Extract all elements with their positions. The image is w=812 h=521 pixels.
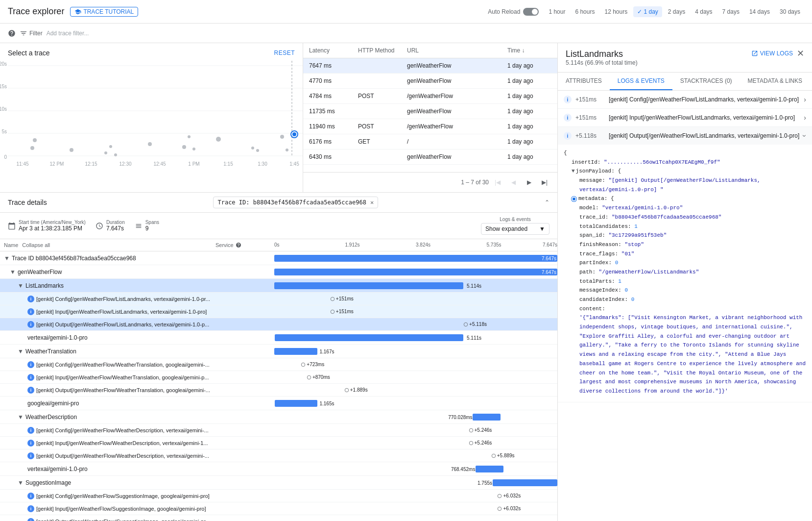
log-event-header[interactable]: i +151ms [genkit] Config[/genWeatherFlow… [558, 91, 812, 108]
log-icon: i [27, 505, 34, 512]
span-row[interactable]: i [genkit] Output[/genWeatherFlow/ListLa… [0, 318, 557, 331]
span-row[interactable]: i [genkit] Config[/genWeatherFlow/ListLa… [0, 293, 557, 305]
span-name-cell: i [genkit] Config[/genWeatherFlow/Weathe… [0, 361, 215, 368]
expand-icon[interactable]: ▼ [4, 255, 10, 262]
span-row[interactable]: i [genkit] Input[/genWeatherFlow/Weather… [0, 371, 557, 384]
logs-events-dropdown[interactable]: Show expanded ▼ [481, 223, 549, 235]
span-name-text: [genkit] Input[/genWeatherFlow/WeatherTr… [36, 374, 209, 380]
time-2days[interactable]: 2 days [664, 6, 689, 17]
auto-reload-toggle[interactable] [523, 8, 539, 16]
tab-metadata[interactable]: METADATA & LINKS [740, 73, 810, 90]
latency-cell: 6430 ms [309, 153, 358, 160]
toggle-knob [532, 9, 538, 15]
time-12hours[interactable]: 12 hours [600, 6, 631, 17]
svg-point-13 [70, 148, 73, 152]
table-row[interactable]: 4770 ms genWeatherFlow 1 day ago [303, 74, 557, 89]
timeline-bar [274, 255, 557, 262]
span-row[interactable]: ▼ WeatherTranslation 1.167s [0, 345, 557, 358]
span-name-text: [genkit] Input[/genWeatherFlow/Suggestio… [36, 506, 206, 512]
svg-point-14 [104, 151, 107, 154]
span-row[interactable]: googleai/gemini-pro 1.165s [0, 397, 557, 410]
expand-icon[interactable]: ▼ [10, 269, 16, 275]
span-row[interactable]: i [genkit] Output[/genWeatherFlow/Weathe… [0, 384, 557, 397]
span-row[interactable]: i [genkit] Output[/genWeatherFlow/Sugges… [0, 515, 557, 521]
reset-button[interactable]: RESET [274, 50, 295, 56]
expand-icon[interactable]: ▼ [18, 414, 24, 421]
svg-point-46 [469, 428, 473, 432]
span-row[interactable]: i [genkit] Output[/genWeatherFlow/Weathe… [0, 449, 557, 462]
pagination-last-btn[interactable]: ▶| [538, 175, 551, 189]
span-timeline-cell: 1.755s [274, 477, 557, 488]
span-row[interactable]: i [genkit] Config[/genWeatherFlow/Sugges… [0, 490, 557, 502]
tab-attributes[interactable]: ATTRIBUTES [558, 73, 610, 90]
json-key: path: [579, 269, 599, 275]
span-row[interactable]: i [genkit] Input[/genWeatherFlow/Weather… [0, 437, 557, 449]
timeline-bar [493, 479, 557, 486]
tick-7647s: 7.647s [543, 242, 557, 248]
svg-point-47 [469, 441, 473, 445]
table-row[interactable]: 11735 ms genWeatherFlow 1 day ago [303, 104, 557, 119]
start-time-meta: Start time (America/New_York) Apr 3 at 1… [8, 220, 86, 232]
table-row[interactable]: 6430 ms genWeatherFlow 1 day ago [303, 149, 557, 165]
span-row[interactable]: ▼ genWeatherFlow 7.647s [0, 265, 557, 279]
filter-placeholder[interactable]: Add trace filter... [47, 30, 89, 37]
timeline-label: 7.647s [542, 256, 556, 261]
pagination-first-btn[interactable]: |◀ [491, 175, 504, 189]
json-key: metadata: { [578, 194, 614, 203]
svg-text:5s: 5s [1, 129, 7, 134]
log-offset-label: +7.646s [557, 519, 557, 521]
tutorial-badge[interactable]: TRACE TUTORIAL [70, 7, 138, 17]
span-timeline-cell: 5.111s [274, 332, 557, 343]
collapse-all-btn[interactable]: Collapse all [22, 242, 50, 248]
table-row[interactable]: 7647 ms genWeatherFlow 1 day ago [303, 58, 557, 74]
span-row[interactable]: vertexai/gemini-1.0-pro 5.111s [0, 331, 557, 345]
close-panel-btn[interactable]: ✕ [797, 49, 804, 58]
time-4days[interactable]: 4 days [691, 6, 716, 17]
log-event-icon: i [564, 114, 572, 122]
log-event-header[interactable]: i +151ms [genkit] Input[/genWeatherFlow/… [558, 109, 812, 126]
pagination-prev-btn[interactable]: ◀ [506, 175, 520, 189]
json-value: 1 [618, 278, 621, 284]
expand-icon[interactable]: ▼ [18, 348, 24, 355]
time-6hours[interactable]: 6 hours [571, 6, 598, 17]
expand-icon[interactable]: ▼ [18, 479, 24, 486]
trace-details-title: Trace details [8, 198, 47, 206]
span-row[interactable]: ▼ SuggestionImage 1.755s [0, 476, 557, 490]
span-row[interactable]: i [genkit] Config[/genWeatherFlow/Weathe… [0, 358, 557, 371]
table-row[interactable]: 6176 ms GET / 1 day ago [303, 134, 557, 149]
table-row[interactable]: 4784 ms POST /genWeatherFlow 1 day ago [303, 89, 557, 104]
span-row[interactable]: ▼ WeatherDescription 770.028ms [0, 410, 557, 424]
span-row[interactable]: ▼ Trace ID b88043ef456b87fcadaa5ea05ccae… [0, 251, 557, 265]
latency-cell: 11735 ms [309, 108, 358, 115]
view-logs-link[interactable]: VIEW LOGS [751, 50, 793, 57]
time-7days[interactable]: 7 days [718, 6, 743, 17]
time-1day[interactable]: ✓ 1 day [633, 6, 662, 17]
time-14days[interactable]: 14 days [745, 6, 774, 17]
close-trace-id-btn[interactable]: ✕ [370, 199, 374, 206]
json-expandable-line[interactable]: ▼ jsonPayload: { [564, 167, 806, 176]
span-name-cell: i [genkit] Output[/genWeatherFlow/ListLa… [0, 321, 215, 328]
expand-icon[interactable]: ▼ [18, 282, 24, 289]
json-content-value: '{"landmarks": ["Visit Kensington Market… [564, 313, 806, 396]
tab-logs-events[interactable]: LOGS & EVENTS [610, 73, 672, 90]
timeline-label: 5.114s [467, 283, 481, 289]
span-row[interactable]: i [genkit] Input[/genWeatherFlow/Suggest… [0, 502, 557, 515]
span-row[interactable]: ▼ ListLandmarks 5.114s [0, 279, 557, 293]
pagination-next-btn[interactable]: ▶ [522, 175, 536, 189]
table-row[interactable]: 11940 ms POST /genWeatherFlow 1 day ago [303, 119, 557, 134]
time-options: 1 hour 6 hours 12 hours ✓ 1 day 2 days 4… [545, 6, 804, 17]
span-row[interactable]: vertexai/gemini-1.0-pro 768.452ms [0, 462, 557, 476]
log-event-header[interactable]: i +5.118s [genkit] Output[/genWeatherFlo… [558, 127, 812, 145]
json-expandable-line[interactable]: metadata: { [564, 194, 806, 203]
tab-stacktraces[interactable]: STACKTRACES (0) [672, 73, 740, 90]
span-row[interactable]: i [genkit] Config[/genWeatherFlow/Weathe… [0, 424, 557, 437]
time-1hour[interactable]: 1 hour [545, 6, 569, 17]
span-row[interactable]: i [genkit] Input[/genWeatherFlow/ListLan… [0, 305, 557, 318]
filter-help-icon[interactable] [8, 29, 16, 37]
trace-details-expand-btn[interactable]: ⌃ [545, 199, 549, 206]
json-expand-arrow: ▼ [572, 167, 575, 176]
latency-cell: 4784 ms [309, 93, 358, 99]
filter-button[interactable]: Filter [20, 29, 43, 37]
time-30days[interactable]: 30 days [776, 6, 804, 17]
span-timeline-cell: 768.452ms [274, 464, 557, 474]
